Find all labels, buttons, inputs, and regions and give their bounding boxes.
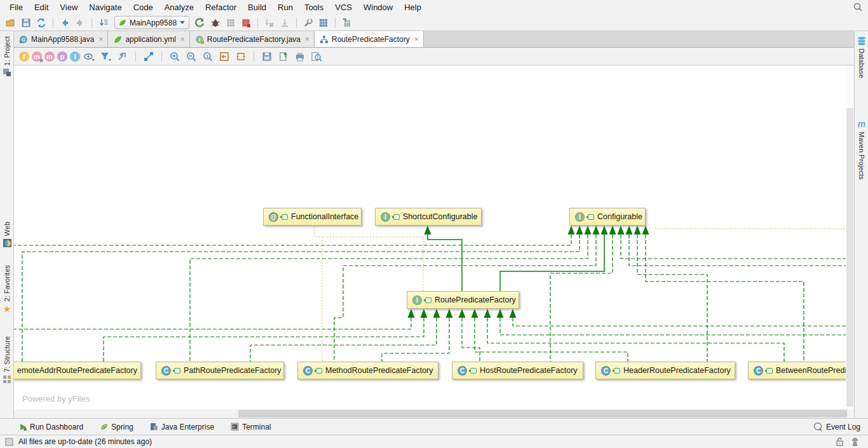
diagram-node-hostroutepredicatefactory[interactable]: C HostRoutePredicateFactory bbox=[452, 362, 583, 379]
tab-routepredicatefactory-java[interactable]: I RoutePredicateFactory.java × bbox=[190, 31, 315, 47]
show-methods-icon[interactable]: m bbox=[44, 51, 55, 62]
diagram-node-shortcutconfigurable[interactable]: I ShortcutConfigurable bbox=[375, 208, 482, 226]
synchronize-icon[interactable] bbox=[34, 16, 48, 30]
toolwindow-run-dashboard[interactable]: Run Dashboard bbox=[19, 423, 83, 431]
print-icon[interactable] bbox=[293, 50, 307, 64]
settings-icon[interactable] bbox=[301, 16, 315, 30]
svg-text:★: ★ bbox=[119, 51, 124, 58]
filter-icon[interactable] bbox=[99, 50, 113, 64]
zoom-out-icon[interactable] bbox=[184, 50, 198, 64]
route-edges-icon[interactable] bbox=[142, 50, 156, 64]
debug-icon[interactable] bbox=[208, 16, 222, 30]
tab-application-yml[interactable]: application.yml × bbox=[108, 31, 189, 47]
sort-lines-icon[interactable]: 0110 bbox=[97, 16, 111, 30]
close-icon[interactable]: × bbox=[414, 35, 419, 44]
bottom-toolwindow-bar: Run Dashboard Spring Java Enterprise Ter… bbox=[0, 418, 868, 435]
project-icon bbox=[3, 68, 11, 77]
visibility-level-icon[interactable] bbox=[83, 50, 97, 64]
event-log-icon bbox=[813, 422, 823, 431]
close-icon[interactable]: × bbox=[305, 35, 309, 44]
menu-view[interactable]: View bbox=[54, 1, 83, 14]
show-properties-icon[interactable]: p bbox=[57, 51, 67, 62]
toolwindow-terminal[interactable]: Terminal bbox=[231, 423, 271, 431]
close-icon[interactable]: × bbox=[180, 35, 185, 44]
menu-help[interactable]: Help bbox=[398, 1, 427, 14]
make-project-icon[interactable] bbox=[193, 16, 207, 30]
status-bar: All files are up-to-date (26 minutes ago… bbox=[0, 435, 868, 448]
toolwindow-maven[interactable]: m Maven Projects bbox=[855, 119, 868, 180]
node-label: MethodRoutePredicateFactory bbox=[325, 366, 433, 375]
project-structure-icon[interactable] bbox=[316, 16, 330, 30]
actual-size-icon[interactable]: 1 bbox=[201, 50, 215, 64]
toolwindow-web[interactable]: Web bbox=[0, 222, 14, 248]
node-label: Configurable bbox=[597, 212, 642, 221]
show-inner-classes-icon[interactable]: I bbox=[70, 51, 80, 62]
menu-edit[interactable]: Edit bbox=[29, 1, 54, 14]
toolwindow-database[interactable]: Database bbox=[855, 36, 868, 78]
search-icon[interactable] bbox=[853, 3, 863, 12]
menu-vcs[interactable]: VCS bbox=[329, 1, 358, 14]
node-modifier-icon bbox=[470, 368, 477, 374]
toolwindow-java-enterprise[interactable]: Java Enterprise bbox=[150, 423, 214, 431]
run-configuration-select[interactable]: MainApp9588 bbox=[114, 16, 189, 29]
toolwindow-favorites[interactable]: 2: Favorites ★ bbox=[0, 265, 14, 314]
preview-icon[interactable] bbox=[309, 50, 323, 64]
attach-profiler-icon[interactable] bbox=[262, 16, 276, 30]
unlock-icon[interactable] bbox=[836, 437, 843, 446]
menu-run[interactable]: Run bbox=[272, 1, 299, 14]
apply-layout-icon[interactable] bbox=[234, 50, 248, 64]
diagram-node-methodroutepredicatefactory[interactable]: C MethodRoutePredicateFactory bbox=[297, 362, 438, 379]
diagram-node-functionalinterface[interactable]: @ FunctionalInterface bbox=[263, 208, 362, 226]
horizontal-scrollbar-thumb[interactable] bbox=[238, 410, 847, 417]
toolwindow-project[interactable]: 1: Project bbox=[0, 36, 14, 77]
uml-diagram-canvas[interactable]: @ FunctionalInterface I ShortcutConfigur… bbox=[14, 65, 854, 418]
diagram-node-headerroutepredicatefactory[interactable]: C HeaderRoutePredicateFactory bbox=[595, 362, 735, 379]
horizontal-scrollbar[interactable] bbox=[14, 409, 854, 418]
open-icon[interactable] bbox=[4, 16, 18, 30]
fit-content-icon[interactable] bbox=[217, 50, 231, 64]
show-constructors-icon[interactable]: m★ bbox=[32, 51, 42, 62]
left-toolwindow-strip: 1: Project Web 2: Favorites ★ 7: Structu… bbox=[0, 31, 14, 418]
diagram-node-routepredicatefactory[interactable]: I RoutePredicateFactory bbox=[407, 291, 519, 309]
maven-reimport-icon[interactable] bbox=[340, 16, 354, 30]
event-log-button[interactable]: Event Log bbox=[813, 419, 860, 435]
vertical-scrollbar-thumb[interactable] bbox=[846, 108, 853, 407]
ide-window: File Edit View Navigate Code Analyze Ref… bbox=[0, 0, 868, 448]
svg-text:I: I bbox=[199, 37, 200, 43]
toolwindow-label: Run Dashboard bbox=[30, 423, 83, 431]
toolwindow-toggle-icon[interactable] bbox=[5, 438, 13, 446]
hector-inspections-icon[interactable] bbox=[851, 437, 859, 446]
menu-analyze[interactable]: Analyze bbox=[159, 1, 200, 14]
export-to-image-icon[interactable] bbox=[276, 50, 290, 64]
toolwindow-label: Spring bbox=[111, 423, 133, 431]
menu-window[interactable]: Window bbox=[358, 1, 398, 14]
forward-icon[interactable] bbox=[73, 16, 87, 30]
diagram-node-remoteaddrroutepredicatefactory[interactable]: emoteAddrRoutePredicateFactory bbox=[14, 362, 141, 379]
stop-icon[interactable] bbox=[239, 16, 253, 30]
zoom-in-icon[interactable] bbox=[168, 50, 182, 64]
menu-navigate[interactable]: Navigate bbox=[83, 1, 127, 14]
close-icon[interactable]: × bbox=[98, 35, 103, 44]
java-enterprise-icon bbox=[150, 423, 158, 431]
tab-mainapp-java[interactable]: C MainApp9588.java × bbox=[14, 31, 108, 47]
show-dependencies-icon[interactable]: ★ bbox=[116, 50, 130, 64]
save-icon[interactable] bbox=[19, 16, 33, 30]
menu-refactor[interactable]: Refactor bbox=[200, 1, 242, 14]
diagram-node-pathroutepredicatefactory[interactable]: C PathRoutePredicateFactory bbox=[156, 362, 284, 379]
coverage-icon[interactable] bbox=[224, 16, 238, 30]
diagram-node-configurable[interactable]: I Configurable bbox=[569, 208, 646, 226]
back-icon[interactable] bbox=[58, 16, 72, 30]
vertical-scrollbar[interactable] bbox=[846, 65, 854, 409]
menu-file[interactable]: File bbox=[4, 1, 29, 14]
toolwindow-spring[interactable]: Spring bbox=[100, 423, 133, 431]
show-fields-icon[interactable]: f bbox=[19, 51, 29, 62]
attach-debugger-icon[interactable] bbox=[278, 16, 292, 30]
menu-tools[interactable]: Tools bbox=[299, 1, 329, 14]
menu-code[interactable]: Code bbox=[128, 1, 159, 14]
save-diagram-icon[interactable] bbox=[260, 50, 274, 64]
menu-build[interactable]: Build bbox=[242, 1, 272, 14]
menu-bar: File Edit View Navigate Code Analyze Ref… bbox=[0, 0, 868, 15]
toolwindow-structure[interactable]: 7: Structure bbox=[0, 336, 14, 384]
diagram-node-betweenroutepredicatefactory[interactable]: C BetweenRoutePredi bbox=[748, 362, 854, 379]
tab-routepredicatefactory-diagram[interactable]: RoutePredicateFactory × bbox=[315, 31, 424, 47]
